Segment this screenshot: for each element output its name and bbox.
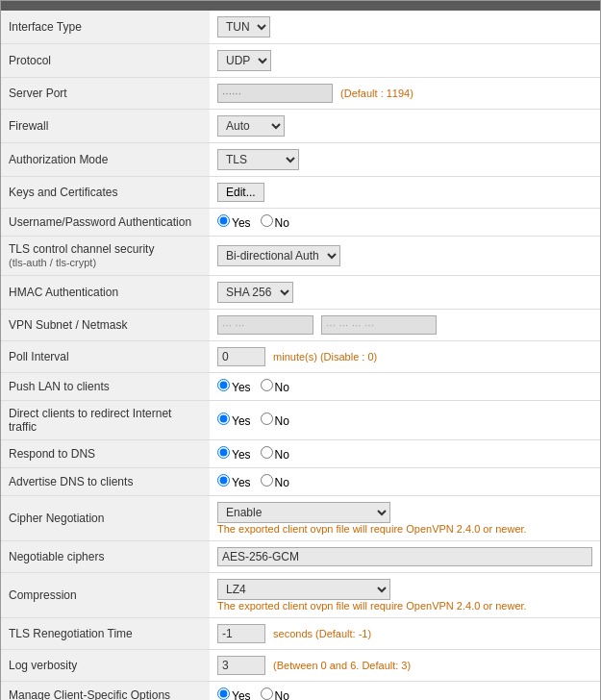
row-label: Log verbosity: [1, 650, 210, 682]
row-value: [210, 310, 600, 341]
radio-label-no[interactable]: No: [261, 448, 289, 462]
radio-no[interactable]: [261, 214, 273, 227]
table-row: Username/Password AuthenticationYesNo: [1, 209, 600, 237]
radio-no[interactable]: [261, 446, 273, 459]
hint-text: (Between 0 and 6. Default: 3): [270, 660, 411, 671]
note-text: The exported client ovpn file will requi…: [217, 600, 592, 612]
row-value: [210, 541, 600, 573]
select-cipher-negotiation[interactable]: EnableDisable: [217, 502, 390, 523]
row-label: Manage Client-Specific Options: [1, 682, 210, 701]
row-value: EnableDisableThe exported client ovpn fi…: [210, 496, 600, 541]
select-tls-control-channel-security-tls-auth--tls-crypt[interactable]: Bi-directional AuthDisabled: [217, 245, 340, 266]
row-label: Firewall: [1, 110, 210, 143]
select-authorization-mode[interactable]: TLSStatic Key: [217, 149, 299, 170]
row-value: seconds (Default: -1): [210, 618, 600, 650]
row-label: Poll Interval: [1, 341, 210, 373]
select-interface-type[interactable]: TUNTAP: [217, 16, 270, 38]
radio-label-yes[interactable]: Yes: [217, 216, 251, 230]
row-value: LZ4LZONoneThe exported client ovpn file …: [210, 573, 600, 618]
row-label: HMAC Authentication: [1, 276, 210, 310]
row-value: YesNo: [210, 209, 600, 237]
settings-table: Interface TypeTUNTAPProtocolUDPTCPServer…: [1, 11, 600, 700]
table-row: Push LAN to clientsYesNo: [1, 373, 600, 401]
table-row: VPN Subnet / Netmask: [1, 310, 600, 341]
row-label: Compression: [1, 573, 210, 618]
text-input[interactable]: [217, 656, 265, 675]
row-value: minute(s) (Disable : 0): [210, 341, 600, 373]
select-hmac-authentication[interactable]: SHA 256SHA 512MD5: [217, 282, 293, 303]
radio-label-no[interactable]: No: [261, 216, 289, 230]
table-row: TLS Renegotiation Time seconds (Default:…: [1, 618, 600, 650]
subnet-input[interactable]: [217, 315, 313, 335]
row-value: TLSStatic Key: [210, 143, 600, 177]
row-value: Bi-directional AuthDisabled: [210, 237, 600, 276]
radio-label-yes[interactable]: Yes: [217, 414, 251, 428]
radio-yes[interactable]: [217, 688, 230, 700]
row-label: TLS Renegotiation Time: [1, 618, 210, 650]
note-text: The exported client ovpn file will requi…: [217, 523, 592, 535]
row-label: Negotiable ciphers: [1, 541, 210, 573]
text-input[interactable]: [217, 84, 333, 103]
row-value: YesNo: [210, 468, 600, 496]
radio-yes[interactable]: [217, 214, 230, 227]
table-row: HMAC AuthenticationSHA 256SHA 512MD5: [1, 276, 600, 310]
radio-label-yes[interactable]: Yes: [217, 476, 251, 489]
radio-no[interactable]: [261, 688, 273, 700]
table-row: Manage Client-Specific OptionsYesNo: [1, 682, 600, 701]
radio-label-yes[interactable]: Yes: [217, 381, 251, 394]
row-label: Interface Type: [1, 11, 210, 44]
row-label: Keys and Certificates: [1, 177, 210, 209]
radio-label-yes[interactable]: Yes: [217, 689, 251, 700]
radio-no[interactable]: [261, 412, 273, 425]
select-protocol[interactable]: UDPTCP: [217, 50, 271, 71]
row-label: Server Port: [1, 78, 210, 110]
row-value: YesNo: [210, 682, 600, 701]
row-value: AutoManualNone: [210, 110, 600, 143]
hint-text: minute(s) (Disable : 0): [270, 351, 377, 362]
row-label: Protocol: [1, 44, 210, 78]
hint-text: seconds (Default: -1): [270, 628, 371, 639]
select-firewall[interactable]: AutoManualNone: [217, 115, 285, 137]
row-label: Username/Password Authentication: [1, 209, 210, 237]
table-row: CompressionLZ4LZONoneThe exported client…: [1, 573, 600, 618]
row-value: Edit...: [210, 177, 600, 209]
radio-yes[interactable]: [217, 412, 230, 425]
row-label: Cipher Negotiation: [1, 496, 210, 541]
table-row: Advertise DNS to clientsYesNo: [1, 468, 600, 496]
table-row: Server Port (Default : 1194): [1, 78, 600, 110]
row-label: VPN Subnet / Netmask: [1, 310, 210, 341]
text-input-full[interactable]: [217, 547, 592, 566]
select-compression[interactable]: LZ4LZONone: [217, 579, 390, 600]
radio-yes[interactable]: [217, 446, 230, 459]
panel-header: [1, 1, 600, 11]
radio-yes[interactable]: [217, 379, 230, 391]
table-row: Negotiable ciphers: [1, 541, 600, 573]
edit-button[interactable]: Edit...: [217, 183, 264, 202]
table-row: Keys and CertificatesEdit...: [1, 177, 600, 209]
radio-label-no[interactable]: No: [261, 381, 289, 394]
row-value: (Default : 1194): [210, 78, 600, 110]
table-row: FirewallAutoManualNone: [1, 110, 600, 143]
row-label: Authorization Mode: [1, 143, 210, 177]
radio-yes[interactable]: [217, 474, 230, 487]
text-input[interactable]: [217, 624, 265, 643]
table-row: Authorization ModeTLSStatic Key: [1, 143, 600, 177]
table-row: Log verbosity (Between 0 and 6. Default:…: [1, 650, 600, 682]
text-input[interactable]: [217, 347, 265, 366]
row-value: TUNTAP: [210, 11, 600, 44]
radio-label-no[interactable]: No: [261, 414, 289, 428]
radio-label-yes[interactable]: Yes: [217, 448, 251, 462]
row-value: UDPTCP: [210, 44, 600, 78]
radio-no[interactable]: [261, 379, 273, 391]
row-label: TLS control channel security(tls-auth / …: [1, 237, 210, 276]
radio-label-no[interactable]: No: [261, 689, 289, 700]
radio-no[interactable]: [261, 474, 273, 487]
netmask-input[interactable]: [321, 315, 437, 335]
row-value: (Between 0 and 6. Default: 3): [210, 650, 600, 682]
table-row: Direct clients to redirect Internet traf…: [1, 401, 600, 440]
advanced-settings-panel: Interface TypeTUNTAPProtocolUDPTCPServer…: [0, 0, 601, 700]
table-row: TLS control channel security(tls-auth / …: [1, 237, 600, 276]
radio-label-no[interactable]: No: [261, 476, 289, 489]
row-value: YesNo: [210, 373, 600, 401]
row-label: Direct clients to redirect Internet traf…: [1, 401, 210, 440]
